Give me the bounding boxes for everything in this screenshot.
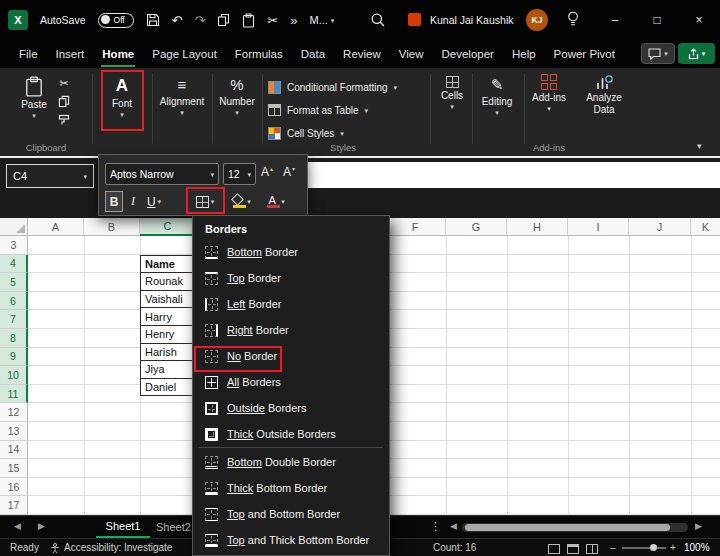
alignment-group-button[interactable]: ≡ Alignment ▾: [156, 76, 208, 116]
paste-button[interactable]: Paste ▾: [14, 76, 54, 119]
cell-C10[interactable]: Jiya: [140, 360, 197, 379]
add-ins-button[interactable]: Add-ins ▾: [527, 74, 571, 112]
sheet-nav-forward-icon[interactable]: ▶: [38, 521, 45, 531]
font-size-combo[interactable]: 12 ▾: [223, 163, 256, 185]
menu-item-top-and-thick-bottom-border[interactable]: Top and Thick Bottom Border: [193, 527, 389, 553]
cells-group-button[interactable]: Cells ▾: [434, 76, 470, 110]
user-name[interactable]: Kunal Jai Kaushik: [430, 14, 513, 26]
tab-page-layout[interactable]: Page Layout: [143, 40, 226, 68]
share-button[interactable]: ▾: [678, 43, 715, 64]
hscroll-right-icon[interactable]: ▶: [695, 521, 702, 531]
row-header-16[interactable]: 16: [0, 478, 28, 497]
column-header-g[interactable]: G: [446, 218, 507, 236]
minimize-button[interactable]: –: [600, 7, 630, 33]
format-painter-icon[interactable]: [58, 114, 70, 126]
editing-group-button[interactable]: ✎ Editing ▾: [475, 76, 519, 116]
cell-C6[interactable]: Vaishali: [140, 290, 197, 309]
tab-developer[interactable]: Developer: [433, 40, 503, 68]
tab-file[interactable]: File: [10, 40, 47, 68]
autosave-toggle[interactable]: Off: [98, 13, 134, 28]
row-header-3[interactable]: 3: [0, 236, 28, 255]
menu-item-bottom-double-border[interactable]: Bottom Double Border: [193, 449, 389, 475]
row-header-9[interactable]: 9: [0, 348, 28, 367]
zoom-slider-knob[interactable]: [650, 544, 657, 551]
tab-insert[interactable]: Insert: [47, 40, 94, 68]
row-header-7[interactable]: 7: [0, 310, 28, 329]
redo-icon[interactable]: ↷: [194, 14, 205, 27]
tab-help[interactable]: Help: [503, 40, 545, 68]
row-header-8[interactable]: 8: [0, 329, 28, 348]
column-header-h[interactable]: H: [507, 218, 568, 236]
close-button[interactable]: ×: [684, 7, 714, 33]
tab-power-pivot[interactable]: Power Pivot: [545, 40, 624, 68]
accessibility-status[interactable]: Accessibility: Investigate: [64, 542, 172, 553]
horizontal-scrollbar-thumb[interactable]: [465, 524, 670, 531]
normal-view-icon[interactable]: [548, 544, 560, 554]
underline-button[interactable]: U ▾: [142, 191, 166, 212]
horizontal-scrollbar[interactable]: [462, 523, 688, 532]
row-header-14[interactable]: 14: [0, 441, 28, 460]
cell-C9[interactable]: Harish: [140, 343, 197, 362]
tab-splitter-icon[interactable]: ⋮: [430, 520, 441, 533]
column-header-a[interactable]: A: [28, 218, 84, 236]
number-group-button[interactable]: % Number ▾: [214, 76, 260, 116]
copy-icon[interactable]: [58, 95, 70, 108]
comments-button[interactable]: ▾: [641, 43, 675, 64]
menu-item-right-border[interactable]: Right Border: [193, 317, 389, 343]
analyze-data-button[interactable]: Analyze Data: [578, 74, 630, 115]
ribbon-collapse-icon[interactable]: ▾: [697, 142, 702, 151]
row-header-11[interactable]: 11: [0, 385, 28, 404]
menu-item-left-border[interactable]: Left Border: [193, 291, 389, 317]
column-header-i[interactable]: I: [568, 218, 629, 236]
select-all-corner[interactable]: [0, 218, 28, 236]
row-header-15[interactable]: 15: [0, 459, 28, 478]
menu-item-outside-borders[interactable]: Outside Borders: [193, 395, 389, 421]
menu-item-all-borders[interactable]: All Borders: [193, 369, 389, 395]
column-header-j[interactable]: J: [629, 218, 691, 236]
cell-C7[interactable]: Harry: [140, 307, 197, 326]
conditional-formatting-button[interactable]: Conditional Formatting ▾: [268, 76, 397, 98]
row-header-12[interactable]: 12: [0, 403, 28, 422]
paste-icon[interactable]: [242, 13, 255, 28]
copy-icon[interactable]: [217, 13, 230, 27]
tab-review[interactable]: Review: [334, 40, 390, 68]
zoom-out-icon[interactable]: –: [610, 542, 616, 553]
save-icon[interactable]: [146, 13, 160, 27]
cell-C11[interactable]: Daniel: [140, 378, 197, 397]
page-layout-view-icon[interactable]: [567, 544, 579, 554]
increase-font-size-button[interactable]: A▴: [261, 163, 273, 185]
row-header-13[interactable]: 13: [0, 422, 28, 441]
cut-icon[interactable]: ✂: [59, 78, 68, 89]
menu-item-bottom-border[interactable]: Bottom Border: [193, 239, 389, 265]
tab-sheet1[interactable]: Sheet1: [96, 516, 150, 538]
zoom-level[interactable]: 100%: [684, 542, 710, 553]
column-header-c[interactable]: C: [140, 218, 196, 236]
avatar[interactable]: KJ: [526, 9, 548, 31]
cell-C8[interactable]: Henry: [140, 325, 197, 344]
name-box[interactable]: C4 ▾: [6, 164, 94, 188]
menu-item-top-and-bottom-border[interactable]: Top and Bottom Border: [193, 501, 389, 527]
row-header-10[interactable]: 10: [0, 366, 28, 385]
tab-formulas[interactable]: Formulas: [226, 40, 292, 68]
cell-C4[interactable]: Name: [140, 255, 197, 274]
zoom-slider[interactable]: [622, 547, 666, 549]
tab-home[interactable]: Home: [93, 40, 143, 68]
fill-color-button[interactable]: ▾: [227, 191, 255, 212]
sheet-nav-back-icon[interactable]: ◀: [14, 521, 21, 531]
menu-item-thick-outside-borders[interactable]: Thick Outside Borders: [193, 421, 389, 447]
menu-item-top-border[interactable]: Top Border: [193, 265, 389, 291]
zoom-in-icon[interactable]: +: [670, 542, 676, 553]
format-as-table-button[interactable]: Format as Table ▾: [268, 99, 368, 121]
row-header-17[interactable]: 17: [0, 496, 28, 515]
column-header-f[interactable]: F: [385, 218, 446, 236]
italic-button[interactable]: I: [126, 191, 140, 212]
column-header-b[interactable]: B: [84, 218, 140, 236]
cell-C5[interactable]: Rounak: [140, 272, 197, 291]
decrease-font-size-button[interactable]: A▾: [283, 163, 295, 185]
font-color-button[interactable]: A ▾: [261, 191, 289, 212]
cut-icon[interactable]: ✂: [267, 14, 278, 27]
qat-overflow-icon[interactable]: »: [290, 14, 297, 27]
column-header-k[interactable]: K: [691, 218, 720, 236]
undo-icon[interactable]: ↶: [172, 14, 183, 27]
search-icon[interactable]: [370, 12, 386, 28]
